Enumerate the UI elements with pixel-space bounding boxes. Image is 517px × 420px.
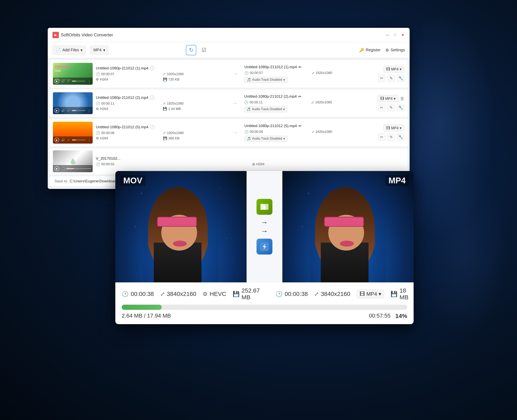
arrow-col: →: [229, 71, 241, 77]
register-button[interactable]: 🔑 Register: [359, 48, 380, 52]
audio-dropdown-arrow: ▾: [283, 137, 285, 141]
duration-2: 00:00:11: [101, 102, 114, 105]
play-button[interactable]: ▶: [54, 138, 59, 142]
thumb-controls: ▶ 🔊 ⤢ ⋮: [53, 78, 93, 85]
add-files-button[interactable]: 📄 Add Files ▾: [52, 45, 86, 55]
popup-format-select[interactable]: 🎞 MP4 ▾: [357, 290, 384, 299]
audio-dropdown-arrow: ▾: [283, 107, 285, 111]
output-format-label: MP4: [385, 175, 409, 186]
film-icon: 🎞: [360, 291, 365, 297]
format-selector[interactable]: MP4 ▾: [90, 45, 108, 55]
out-resolution-3: 1920x1080: [315, 130, 332, 134]
conversion-arrows: → →: [261, 219, 268, 235]
info-icon: i: [150, 66, 154, 70]
output-info: Untitled-1080p-211012 (1).mp4 ✏ 🕐 00:00:…: [244, 65, 375, 83]
popup-left-duration: 00:00:38: [131, 291, 154, 297]
output-format-selector-2[interactable]: 🎞 MP4 ▾: [377, 95, 398, 102]
conversion-popup: MOV → →: [115, 171, 414, 324]
codec-1: H264: [100, 78, 108, 82]
output-stats: 🕐 00:00:38 ⤢ 3840x2160 🎞 MP4 ▾ 💾 18 MB: [276, 287, 408, 301]
app-window: ▶ SoftOrbits Video Converter — □ ✕ 📄 Add…: [48, 28, 410, 189]
film-icon: 🎞: [386, 67, 390, 71]
progress-bar: [72, 110, 85, 111]
scissors-button[interactable]: ✂: [378, 74, 385, 82]
nvidia-badge: [256, 199, 272, 215]
play-button[interactable]: ▶: [54, 166, 59, 171]
time-remaining: 00:57:55: [369, 313, 390, 319]
clock-icon: 🕐: [96, 101, 100, 105]
settings-button[interactable]: 🔧: [397, 133, 405, 141]
out-duration-3: 00:00:08: [250, 130, 263, 134]
out-duration-1: 00:00:07: [250, 71, 263, 75]
delete-button[interactable]: 🗑: [400, 96, 405, 101]
play-button[interactable]: ▶: [54, 108, 59, 113]
size-3: 366 KB: [168, 136, 180, 140]
audio-track-label-3: Audio Track Disabled: [252, 137, 282, 140]
more-icon[interactable]: ⋮: [87, 138, 91, 142]
close-button[interactable]: ✕: [400, 33, 405, 37]
progress-section: 2.64 MB / 17.94 MB 00:57:55 14%: [122, 305, 407, 319]
audio-track-badge[interactable]: 🎵 Audio Track Disabled ▾: [244, 77, 288, 83]
popup-right-resolution: 3840x2160: [321, 291, 350, 297]
format-text-3: MP4: [391, 126, 398, 130]
fullscreen-icon: ⤢: [67, 138, 70, 142]
hdd-icon: 💾: [233, 291, 240, 297]
expand-icon: ⤢: [160, 291, 165, 297]
fullscreen-icon: ⤢: [67, 79, 70, 83]
conversion-middle: → →: [247, 171, 282, 282]
settings-button[interactable]: 🔧: [397, 104, 405, 111]
gear-icon: ⚙: [203, 291, 208, 297]
arrow-col: →: [229, 100, 241, 106]
audio-track-badge[interactable]: 🎵 Audio Track Disabled ▾: [244, 136, 288, 142]
play-button[interactable]: ▶: [54, 79, 59, 83]
save-to-path[interactable]: C:\Users\Eugene\Downloads: [70, 179, 118, 183]
thumb-controls: ▶ 🔊: [53, 165, 93, 172]
info-icon: i: [150, 96, 154, 100]
popup-left-size: 252.67 MB: [242, 287, 260, 301]
more-icon[interactable]: ⋮: [87, 109, 91, 112]
hdd-icon: 💾: [390, 291, 397, 297]
source-video-frame: [115, 171, 247, 282]
edit-icon[interactable]: ✏: [299, 65, 302, 69]
resolution-1: 1920x1080: [167, 72, 184, 76]
audio-track-badge[interactable]: 🎵 Audio Track Disabled ▾: [244, 106, 287, 112]
size-icon: 💾: [163, 107, 167, 111]
codec-2: H264: [100, 107, 108, 111]
edit-icon[interactable]: ✏: [299, 124, 302, 128]
input-filename-4: V_20170102...: [96, 156, 120, 161]
input-filename-1: Untitled-1080p-211012 (1).mp4: [96, 66, 148, 70]
check-button[interactable]: ☑: [199, 46, 208, 54]
format-text-2: MP4: [385, 97, 392, 101]
clock-icon: 🕐: [276, 291, 283, 297]
output-format-selector-1[interactable]: 🎞 MP4 ▾: [383, 66, 405, 73]
edit-button[interactable]: ✎: [387, 133, 395, 141]
edit-button[interactable]: ✎: [387, 104, 395, 111]
scissors-button[interactable]: ✂: [378, 133, 385, 141]
window-controls: — □ ✕: [385, 33, 405, 37]
refresh-button[interactable]: ↻: [186, 45, 196, 55]
resolution-icon: ⤢: [163, 101, 166, 105]
settings-button[interactable]: ⚙ Settings: [385, 48, 405, 52]
edit-icon[interactable]: ✏: [298, 94, 301, 99]
thumbnail: ▶ 🔊 ⤢ ⋮: [53, 92, 93, 114]
table-row: 🌲 ▶ 🔊 V_20170102... 🕐 00:00:55: [50, 148, 408, 174]
output-format-selector-3[interactable]: 🎞 MP4 ▾: [383, 125, 405, 132]
scissors-button[interactable]: ✂: [378, 104, 385, 111]
size-2: 1.44 MB: [168, 107, 181, 111]
arrow-1: →: [261, 219, 268, 226]
source-preview: MOV: [115, 171, 247, 282]
settings-button[interactable]: 🔧: [397, 74, 405, 82]
maximize-button[interactable]: □: [393, 33, 397, 37]
popup-right-duration: 00:00:38: [285, 291, 308, 297]
minimize-button[interactable]: —: [385, 33, 390, 37]
convert-arrow: →: [232, 71, 238, 77]
more-icon[interactable]: ⋮: [87, 79, 91, 83]
convert-arrow: →: [232, 100, 238, 106]
out-duration-2: 00:00:11: [250, 100, 263, 105]
save-to-label: Save to: [54, 179, 67, 183]
duration-1: 00:00:07: [101, 72, 114, 76]
edit-button[interactable]: ✎: [387, 74, 395, 82]
clock-icon: 🕐: [96, 72, 100, 76]
register-label: Register: [366, 48, 380, 52]
output-info: Untitled-1080p-211012 (2).mp4 ✏ 🕐 00:00:…: [244, 94, 374, 112]
